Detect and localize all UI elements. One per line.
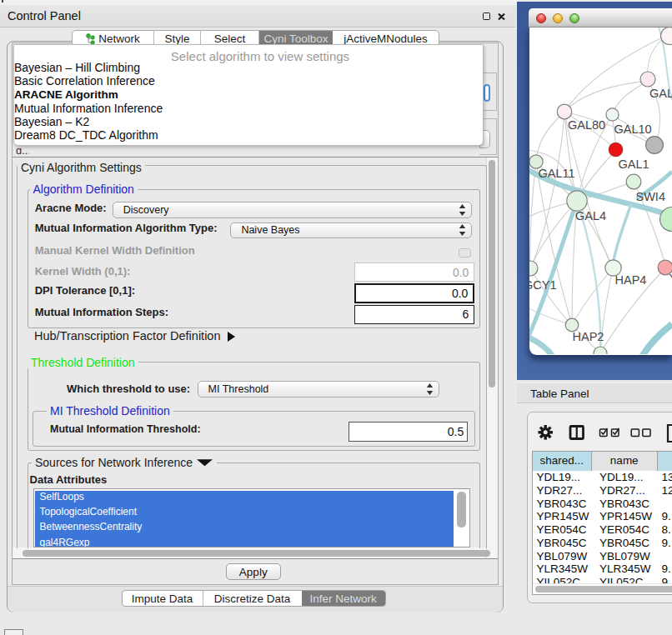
svg-text:GAL80: GAL80 [568, 118, 605, 132]
svg-text:GAL7: GAL7 [649, 87, 672, 100]
svg-text:GAL4: GAL4 [575, 209, 606, 222]
svg-text:HAP4: HAP4 [614, 273, 646, 287]
svg-text:SWI4: SWI4 [635, 190, 664, 203]
svg-text:GCY1: GCY1 [529, 278, 557, 292]
svg-text:HAP2: HAP2 [572, 330, 604, 343]
svg-text:YM: YM [669, 272, 672, 285]
svg-text:GAL11: GAL11 [538, 167, 574, 180]
svg-text:GAL1: GAL1 [618, 158, 649, 171]
svg-text:GAL10: GAL10 [614, 122, 651, 136]
